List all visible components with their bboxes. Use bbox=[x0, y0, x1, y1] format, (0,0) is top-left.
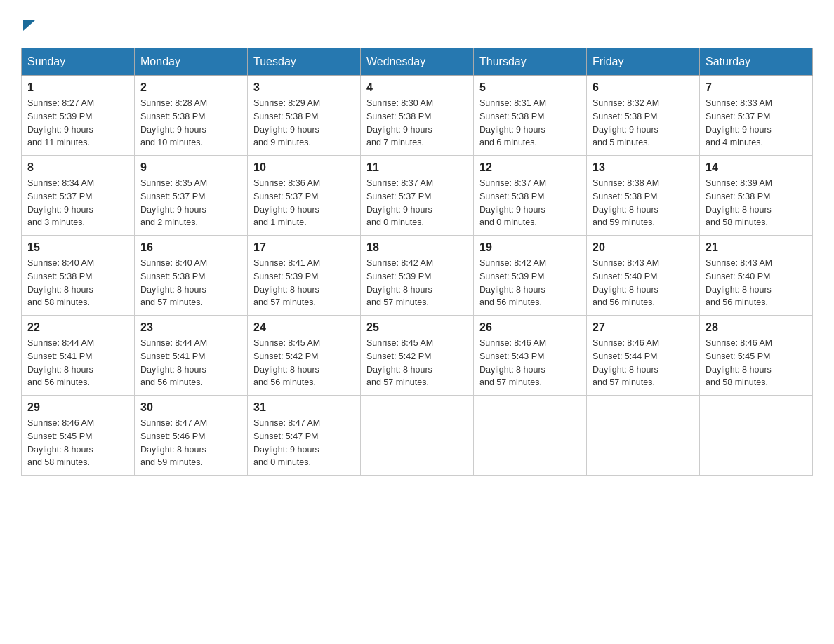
calendar-day-cell: 2 Sunrise: 8:28 AMSunset: 5:38 PMDayligh… bbox=[135, 76, 248, 156]
day-number: 27 bbox=[593, 321, 694, 334]
day-info: Sunrise: 8:44 AMSunset: 5:41 PMDaylight:… bbox=[27, 337, 128, 389]
day-number: 14 bbox=[706, 161, 807, 174]
calendar-day-cell: 16 Sunrise: 8:40 AMSunset: 5:38 PMDaylig… bbox=[135, 236, 248, 316]
calendar-day-cell: 30 Sunrise: 8:47 AMSunset: 5:46 PMDaylig… bbox=[135, 396, 248, 476]
calendar-day-cell: 15 Sunrise: 8:40 AMSunset: 5:38 PMDaylig… bbox=[22, 236, 135, 316]
day-number: 15 bbox=[27, 241, 128, 254]
day-info: Sunrise: 8:47 AMSunset: 5:46 PMDaylight:… bbox=[140, 417, 241, 469]
calendar-day-cell: 19 Sunrise: 8:42 AMSunset: 5:39 PMDaylig… bbox=[474, 236, 587, 316]
calendar-day-cell: 21 Sunrise: 8:43 AMSunset: 5:40 PMDaylig… bbox=[700, 236, 813, 316]
logo bbox=[21, 14, 36, 34]
calendar-week-row: 15 Sunrise: 8:40 AMSunset: 5:38 PMDaylig… bbox=[22, 236, 813, 316]
calendar-day-cell: 6 Sunrise: 8:32 AMSunset: 5:38 PMDayligh… bbox=[587, 76, 700, 156]
day-info: Sunrise: 8:35 AMSunset: 5:37 PMDaylight:… bbox=[140, 177, 241, 229]
day-info: Sunrise: 8:40 AMSunset: 5:38 PMDaylight:… bbox=[27, 257, 128, 309]
day-info: Sunrise: 8:41 AMSunset: 5:39 PMDaylight:… bbox=[253, 257, 355, 309]
day-number: 1 bbox=[27, 81, 128, 94]
day-info: Sunrise: 8:40 AMSunset: 5:38 PMDaylight:… bbox=[140, 257, 241, 309]
day-info: Sunrise: 8:32 AMSunset: 5:38 PMDaylight:… bbox=[593, 97, 694, 149]
day-info: Sunrise: 8:46 AMSunset: 5:45 PMDaylight:… bbox=[706, 337, 807, 389]
day-info: Sunrise: 8:45 AMSunset: 5:42 PMDaylight:… bbox=[253, 337, 355, 389]
calendar-day-cell: 23 Sunrise: 8:44 AMSunset: 5:41 PMDaylig… bbox=[135, 316, 248, 396]
day-number: 12 bbox=[479, 161, 581, 174]
day-info: Sunrise: 8:39 AMSunset: 5:38 PMDaylight:… bbox=[706, 177, 807, 229]
day-number: 25 bbox=[366, 321, 468, 334]
day-info: Sunrise: 8:46 AMSunset: 5:44 PMDaylight:… bbox=[593, 337, 694, 389]
calendar-day-cell bbox=[700, 396, 813, 476]
day-info: Sunrise: 8:37 AMSunset: 5:37 PMDaylight:… bbox=[366, 177, 468, 229]
calendar-day-cell: 28 Sunrise: 8:46 AMSunset: 5:45 PMDaylig… bbox=[700, 316, 813, 396]
logo-blue-part bbox=[21, 14, 36, 34]
day-info: Sunrise: 8:34 AMSunset: 5:37 PMDaylight:… bbox=[27, 177, 128, 229]
day-number: 30 bbox=[140, 401, 241, 414]
calendar-day-cell: 14 Sunrise: 8:39 AMSunset: 5:38 PMDaylig… bbox=[700, 156, 813, 236]
day-number: 6 bbox=[593, 81, 694, 94]
day-info: Sunrise: 8:27 AMSunset: 5:39 PMDaylight:… bbox=[27, 97, 128, 149]
day-number: 20 bbox=[593, 241, 694, 254]
calendar-week-row: 29 Sunrise: 8:46 AMSunset: 5:45 PMDaylig… bbox=[22, 396, 813, 476]
calendar-day-cell: 4 Sunrise: 8:30 AMSunset: 5:38 PMDayligh… bbox=[361, 76, 474, 156]
day-number: 17 bbox=[253, 241, 355, 254]
calendar-day-cell: 25 Sunrise: 8:45 AMSunset: 5:42 PMDaylig… bbox=[361, 316, 474, 396]
calendar-day-header: Tuesday bbox=[248, 48, 361, 76]
day-number: 7 bbox=[706, 81, 807, 94]
day-info: Sunrise: 8:46 AMSunset: 5:43 PMDaylight:… bbox=[479, 337, 581, 389]
calendar-day-cell: 27 Sunrise: 8:46 AMSunset: 5:44 PMDaylig… bbox=[587, 316, 700, 396]
day-info: Sunrise: 8:31 AMSunset: 5:38 PMDaylight:… bbox=[479, 97, 581, 149]
calendar-day-cell: 11 Sunrise: 8:37 AMSunset: 5:37 PMDaylig… bbox=[361, 156, 474, 236]
day-number: 4 bbox=[366, 81, 468, 94]
calendar-day-cell: 8 Sunrise: 8:34 AMSunset: 5:37 PMDayligh… bbox=[22, 156, 135, 236]
day-number: 24 bbox=[253, 321, 355, 334]
day-number: 26 bbox=[479, 321, 581, 334]
day-info: Sunrise: 8:47 AMSunset: 5:47 PMDaylight:… bbox=[253, 417, 355, 469]
day-info: Sunrise: 8:42 AMSunset: 5:39 PMDaylight:… bbox=[366, 257, 468, 309]
day-number: 10 bbox=[253, 161, 355, 174]
day-info: Sunrise: 8:30 AMSunset: 5:38 PMDaylight:… bbox=[366, 97, 468, 149]
calendar-day-cell: 31 Sunrise: 8:47 AMSunset: 5:47 PMDaylig… bbox=[248, 396, 361, 476]
calendar-day-header: Saturday bbox=[700, 48, 813, 76]
calendar-day-cell: 24 Sunrise: 8:45 AMSunset: 5:42 PMDaylig… bbox=[248, 316, 361, 396]
day-number: 23 bbox=[140, 321, 241, 334]
day-number: 16 bbox=[140, 241, 241, 254]
day-number: 29 bbox=[27, 401, 128, 414]
day-number: 13 bbox=[593, 161, 694, 174]
calendar-day-cell: 7 Sunrise: 8:33 AMSunset: 5:37 PMDayligh… bbox=[700, 76, 813, 156]
day-number: 28 bbox=[706, 321, 807, 334]
day-info: Sunrise: 8:28 AMSunset: 5:38 PMDaylight:… bbox=[140, 97, 241, 149]
day-info: Sunrise: 8:33 AMSunset: 5:37 PMDaylight:… bbox=[706, 97, 807, 149]
day-info: Sunrise: 8:42 AMSunset: 5:39 PMDaylight:… bbox=[479, 257, 581, 309]
day-info: Sunrise: 8:44 AMSunset: 5:41 PMDaylight:… bbox=[140, 337, 241, 389]
calendar-table: SundayMondayTuesdayWednesdayThursdayFrid… bbox=[21, 48, 813, 476]
calendar-day-cell: 12 Sunrise: 8:37 AMSunset: 5:38 PMDaylig… bbox=[474, 156, 587, 236]
calendar-day-cell: 1 Sunrise: 8:27 AMSunset: 5:39 PMDayligh… bbox=[22, 76, 135, 156]
day-number: 8 bbox=[27, 161, 128, 174]
calendar-day-cell: 17 Sunrise: 8:41 AMSunset: 5:39 PMDaylig… bbox=[248, 236, 361, 316]
day-number: 9 bbox=[140, 161, 241, 174]
day-number: 21 bbox=[706, 241, 807, 254]
calendar-day-cell: 18 Sunrise: 8:42 AMSunset: 5:39 PMDaylig… bbox=[361, 236, 474, 316]
calendar-day-cell: 10 Sunrise: 8:36 AMSunset: 5:37 PMDaylig… bbox=[248, 156, 361, 236]
calendar-day-header: Thursday bbox=[474, 48, 587, 76]
calendar-day-cell bbox=[474, 396, 587, 476]
calendar-day-cell: 5 Sunrise: 8:31 AMSunset: 5:38 PMDayligh… bbox=[474, 76, 587, 156]
day-info: Sunrise: 8:45 AMSunset: 5:42 PMDaylight:… bbox=[366, 337, 468, 389]
day-number: 3 bbox=[253, 81, 355, 94]
calendar-day-cell: 26 Sunrise: 8:46 AMSunset: 5:43 PMDaylig… bbox=[474, 316, 587, 396]
calendar-day-header: Friday bbox=[587, 48, 700, 76]
calendar-day-cell: 20 Sunrise: 8:43 AMSunset: 5:40 PMDaylig… bbox=[587, 236, 700, 316]
calendar-day-cell bbox=[587, 396, 700, 476]
day-info: Sunrise: 8:43 AMSunset: 5:40 PMDaylight:… bbox=[706, 257, 807, 309]
day-number: 18 bbox=[366, 241, 468, 254]
day-info: Sunrise: 8:38 AMSunset: 5:38 PMDaylight:… bbox=[593, 177, 694, 229]
calendar-day-cell: 22 Sunrise: 8:44 AMSunset: 5:41 PMDaylig… bbox=[22, 316, 135, 396]
calendar-day-cell: 13 Sunrise: 8:38 AMSunset: 5:38 PMDaylig… bbox=[587, 156, 700, 236]
day-number: 22 bbox=[27, 321, 128, 334]
svg-marker-0 bbox=[23, 20, 36, 31]
day-number: 11 bbox=[366, 161, 468, 174]
day-info: Sunrise: 8:43 AMSunset: 5:40 PMDaylight:… bbox=[593, 257, 694, 309]
calendar-day-cell: 29 Sunrise: 8:46 AMSunset: 5:45 PMDaylig… bbox=[22, 396, 135, 476]
day-number: 5 bbox=[479, 81, 581, 94]
calendar-week-row: 1 Sunrise: 8:27 AMSunset: 5:39 PMDayligh… bbox=[22, 76, 813, 156]
calendar-day-header: Sunday bbox=[22, 48, 135, 76]
day-info: Sunrise: 8:46 AMSunset: 5:45 PMDaylight:… bbox=[27, 417, 128, 469]
